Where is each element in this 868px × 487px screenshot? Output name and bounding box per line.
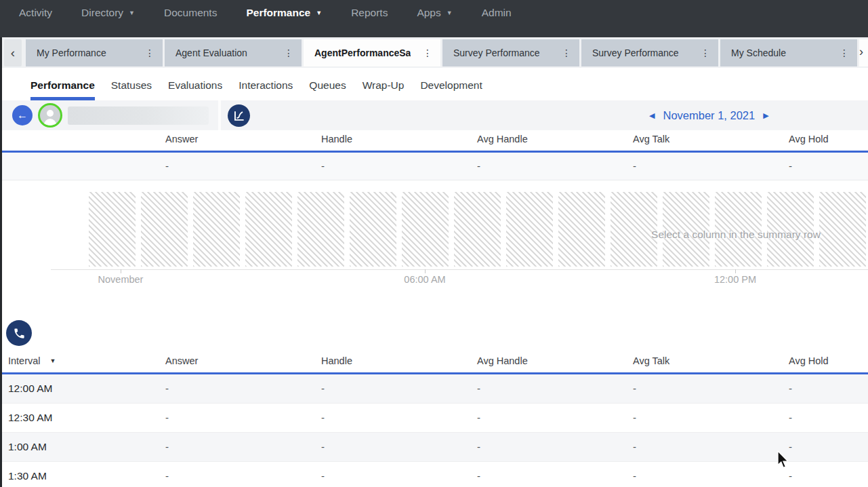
interval-column-header[interactable]: Handle — [321, 355, 352, 366]
agent-avatar[interactable] — [38, 103, 62, 128]
placeholder-bar — [350, 192, 396, 267]
workspace-tab-4[interactable]: Survey Performance⋮ — [581, 39, 718, 66]
placeholder-bar — [506, 192, 553, 267]
metric-cell: - — [477, 470, 480, 482]
nav-item-apps[interactable]: Apps▼ — [417, 4, 452, 22]
nav-item-label: Admin — [482, 4, 512, 22]
nav-item-reports[interactable]: Reports — [351, 4, 388, 22]
workspace-tab-label: My Schedule — [731, 47, 786, 58]
summary-column-header[interactable]: Handle — [321, 134, 352, 144]
nav-item-label: Directory — [81, 4, 123, 22]
placeholder-bar — [611, 192, 657, 267]
sub-tab-evaluations[interactable]: Evaluations — [168, 68, 222, 100]
workspace-tab-1[interactable]: Agent Evaluation⋮ — [165, 39, 302, 66]
nav-item-documents[interactable]: Documents — [164, 4, 217, 22]
axis-tick — [121, 269, 121, 273]
placeholder-bar — [402, 192, 449, 267]
kebab-menu-icon[interactable]: ⋮ — [280, 47, 293, 58]
summary-cell[interactable]: - — [789, 160, 792, 172]
chart-placeholder-text: Select a column in the summary row — [651, 229, 821, 241]
placeholder-bar — [141, 192, 188, 267]
placeholder-bar — [454, 192, 501, 267]
summary-table-row[interactable]: ----- — [0, 153, 868, 180]
metric-cell: - — [789, 383, 792, 394]
line-chart-icon[interactable] — [228, 104, 250, 127]
sub-tab-interactions[interactable]: Interactions — [239, 68, 293, 100]
metric-cell: - — [165, 412, 169, 423]
axis-tick-label: November — [98, 274, 144, 285]
placeholder-bar — [819, 192, 866, 267]
nav-item-admin[interactable]: Admin — [482, 4, 512, 22]
interval-column-header[interactable]: Interval ▼ — [8, 355, 56, 366]
date-next-icon[interactable]: ▶ — [763, 111, 768, 120]
app-window: ActivityDirectory▼DocumentsPerformance▼R… — [0, 0, 868, 487]
chevron-down-icon: ▼ — [129, 4, 135, 22]
metric-cell: - — [633, 441, 636, 452]
chevron-down-icon: ▼ — [316, 4, 322, 22]
metric-cell: - — [633, 470, 636, 482]
summary-cell[interactable]: - — [165, 160, 169, 172]
interval-column-header[interactable]: Answer — [165, 355, 198, 366]
metric-cell: - — [321, 470, 325, 482]
agent-toolbar: ← ◀ November 1, 2021 ▶ — [0, 100, 868, 130]
kebab-menu-icon[interactable]: ⋮ — [419, 47, 432, 58]
nav-item-directory[interactable]: Directory▼ — [81, 4, 135, 22]
workspace-tab-5[interactable]: My Schedule⋮ — [720, 39, 857, 66]
axis-tick-label: 12:00 PM — [714, 274, 756, 285]
axis-tick-label: 06:00 AM — [404, 274, 445, 285]
interval-column-header[interactable]: Avg Handle — [477, 355, 528, 366]
table-row[interactable]: 12:00 AM----- — [0, 374, 868, 404]
mouse-cursor — [777, 450, 790, 472]
table-row[interactable]: 1:00 AM----- — [0, 433, 868, 462]
metric-cell: - — [477, 383, 480, 394]
sub-tab-development[interactable]: Development — [420, 68, 482, 100]
summary-table-header: AnswerHandleAvg HandleAvg TalkAvg Hold — [0, 130, 868, 151]
nav-item-performance[interactable]: Performance▼ — [246, 4, 322, 22]
tab-scroll-left-button[interactable]: ‹ — [4, 39, 22, 66]
interval-column-header[interactable]: Avg Talk — [633, 355, 669, 366]
workspace-tab-2[interactable]: AgentPerformanceSa⋮ — [304, 39, 440, 66]
table-row[interactable]: 1:30 AM----- — [0, 462, 868, 487]
axis-tick — [735, 269, 736, 273]
window-left-edge — [0, 37, 2, 487]
interval-value: 1:00 AM — [8, 441, 47, 453]
sub-tab-queues[interactable]: Queues — [309, 68, 346, 100]
kebab-menu-icon[interactable]: ⋮ — [558, 47, 571, 58]
kebab-menu-icon[interactable]: ⋮ — [697, 47, 710, 58]
interval-column-header[interactable]: Avg Hold — [789, 355, 829, 366]
metric-cell: - — [477, 412, 480, 423]
nav-item-label: Documents — [164, 4, 217, 22]
sub-tab-wrap-up[interactable]: Wrap-Up — [363, 68, 405, 100]
sub-tab-performance[interactable]: Performance — [30, 68, 95, 100]
placeholder-bar — [89, 192, 136, 267]
metric-cell: - — [633, 383, 636, 394]
summary-cell[interactable]: - — [321, 160, 325, 172]
date-prev-icon[interactable]: ◀ — [649, 111, 655, 120]
table-row[interactable]: 12:30 AM----- — [0, 404, 868, 433]
voice-media-icon[interactable] — [6, 320, 32, 346]
kebab-menu-icon[interactable]: ⋮ — [835, 47, 849, 58]
back-button[interactable]: ← — [12, 105, 33, 125]
agent-name-redacted — [68, 106, 209, 125]
avatar-person-icon — [47, 110, 54, 117]
summary-column-header[interactable]: Answer — [165, 134, 198, 144]
tab-scroll-right-button[interactable]: › — [859, 39, 868, 66]
summary-column-header[interactable]: Avg Hold — [789, 134, 829, 144]
axis-tick — [425, 269, 426, 273]
workspace-tab-0[interactable]: My Performance⋮ — [26, 39, 163, 66]
workspace-tab-label: Agent Evaluation — [175, 47, 247, 58]
chart-x-axis — [51, 269, 868, 270]
summary-column-header[interactable]: Avg Talk — [633, 134, 669, 144]
kebab-menu-icon[interactable]: ⋮ — [141, 47, 154, 58]
summary-cell[interactable]: - — [477, 160, 480, 172]
sub-tab-statuses[interactable]: Statuses — [111, 68, 152, 100]
workspace-tab-label: AgentPerformanceSa — [314, 47, 411, 58]
placeholder-bar — [245, 192, 292, 267]
date-label[interactable]: November 1, 2021 — [663, 109, 755, 122]
metric-cell: - — [321, 441, 325, 452]
workspace-tab-3[interactable]: Survey Performance⋮ — [442, 39, 579, 66]
sort-descending-icon: ▼ — [50, 357, 56, 364]
nav-item-activity[interactable]: Activity — [19, 4, 52, 22]
summary-cell[interactable]: - — [633, 160, 636, 172]
summary-column-header[interactable]: Avg Handle — [477, 134, 528, 144]
